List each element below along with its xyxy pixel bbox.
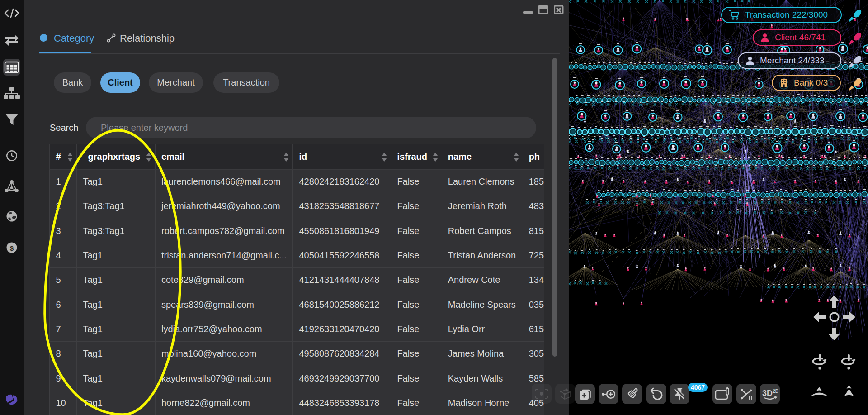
svg-text:2D: 2D [773, 388, 778, 394]
svg-text:3D: 3D [762, 389, 773, 398]
svg-text:$: $ [10, 244, 14, 252]
